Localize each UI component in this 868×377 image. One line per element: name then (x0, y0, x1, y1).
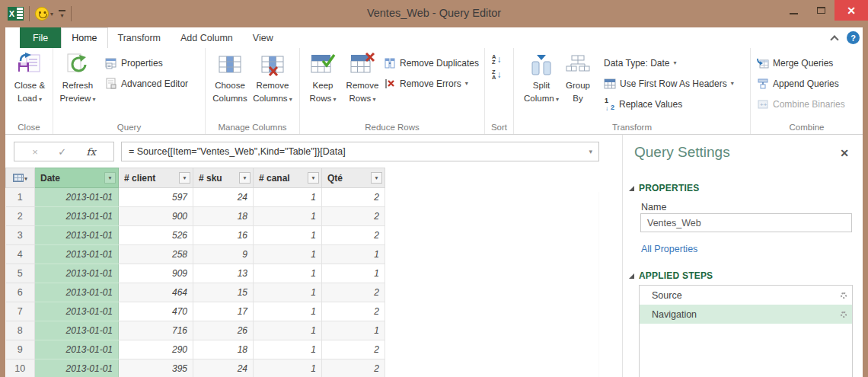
cell-client[interactable]: 464 (119, 283, 193, 302)
cell-canal[interactable]: 1 (254, 245, 322, 264)
collapse-ribbon-icon[interactable] (830, 35, 838, 43)
cell-date[interactable]: 2013-01-01 (35, 359, 119, 377)
tab-transform[interactable]: Transform (108, 27, 171, 48)
table-row[interactable]: 7 2013-01-01 470 17 1 2 (6, 302, 385, 321)
refresh-preview-button[interactable]: Refresh Preview (56, 50, 99, 105)
gear-icon[interactable] (841, 312, 847, 318)
combine-binaries-button[interactable]: ++ Combine Binaries (757, 94, 845, 114)
cell-client[interactable]: 395 (119, 359, 193, 377)
column-header[interactable]: # canal ▼ (254, 168, 322, 188)
cell-client[interactable]: 900 (119, 207, 193, 226)
all-properties-link[interactable]: All Properties (641, 244, 697, 254)
properties-button[interactable]: Properties (105, 53, 188, 73)
sort-ascending-button[interactable]: AZ↓ (492, 54, 513, 65)
column-header[interactable]: Qté ▼ (322, 168, 385, 188)
cell-sku[interactable]: 26 (193, 321, 254, 340)
cell-canal[interactable]: 1 (254, 340, 322, 359)
cell-canal[interactable]: 1 (254, 321, 322, 340)
column-header[interactable]: # sku ▼ (193, 168, 254, 188)
table-row[interactable]: 3 2013-01-01 526 16 1 2 (6, 226, 385, 245)
keep-rows-button[interactable]: Keep Rows (303, 50, 343, 105)
merge-queries-button[interactable]: Merge Queries (757, 53, 845, 73)
cell-client[interactable]: 470 (119, 302, 193, 321)
cell-sku[interactable]: 15 (193, 283, 254, 302)
table-row[interactable]: 2 2013-01-01 900 18 1 2 (6, 207, 385, 226)
cell-canal[interactable]: 1 (254, 283, 322, 302)
cell-date[interactable]: 2013-01-01 (35, 207, 119, 226)
cell-qte[interactable]: 2 (322, 207, 385, 226)
applied-steps-section-header[interactable]: APPLIED STEPS (629, 270, 713, 281)
close-button[interactable]: ✕ (834, 0, 868, 21)
panel-close-button[interactable]: ✕ (840, 147, 849, 159)
cell-date[interactable]: 2013-01-01 (35, 283, 119, 302)
cell-client[interactable]: 526 (119, 226, 193, 245)
cell-qte[interactable]: 2 (322, 340, 385, 359)
cell-sku[interactable]: 18 (193, 207, 254, 226)
formula-cancel-icon[interactable]: × (32, 146, 38, 158)
cell-sku[interactable]: 9 (193, 245, 254, 264)
cell-sku[interactable]: 18 (193, 340, 254, 359)
maximize-button[interactable] (807, 0, 834, 21)
vertical-scrollbar[interactable] (598, 192, 599, 377)
applied-step[interactable]: Source (640, 286, 852, 305)
query-name-input[interactable]: Ventes_Web (640, 213, 852, 232)
formula-confirm-icon[interactable]: ✓ (58, 146, 66, 158)
cell-sku[interactable]: 16 (193, 226, 254, 245)
cell-date[interactable]: 2013-01-01 (35, 340, 119, 359)
column-filter-button[interactable]: ▼ (239, 172, 251, 184)
cell-qte[interactable]: 1 (322, 264, 385, 283)
column-filter-button[interactable]: ▼ (179, 172, 190, 184)
table-row[interactable]: 6 2013-01-01 464 15 1 2 (6, 283, 385, 302)
cell-date[interactable]: 2013-01-01 (35, 245, 119, 264)
cell-canal[interactable]: 1 (254, 264, 322, 283)
applied-step[interactable]: Navigation (640, 305, 852, 324)
cell-canal[interactable]: 1 (254, 226, 322, 245)
column-header[interactable]: Date ▼ (35, 168, 119, 188)
use-first-row-as-headers-button[interactable]: Use First Row As Headers (604, 73, 734, 94)
cell-client[interactable]: 909 (119, 264, 193, 283)
formula-expand-icon[interactable]: ▾ (589, 148, 592, 155)
cell-sku[interactable]: 17 (193, 302, 254, 321)
fx-icon[interactable]: fx (87, 146, 96, 158)
append-queries-button[interactable]: Append Queries (757, 73, 845, 94)
cell-canal[interactable]: 1 (254, 207, 322, 226)
cell-client[interactable]: 258 (119, 245, 193, 264)
tab-view[interactable]: View (243, 27, 283, 48)
column-filter-button[interactable]: ▼ (104, 172, 116, 184)
remove-columns-button[interactable]: Remove Columns (251, 50, 294, 105)
gear-icon[interactable] (841, 292, 847, 299)
remove-duplicates-button[interactable]: Remove Duplicates (384, 53, 479, 73)
cell-sku[interactable]: 24 (193, 359, 254, 377)
properties-section-header[interactable]: PROPERTIES (629, 183, 699, 193)
help-button[interactable]: ? (847, 31, 860, 44)
table-row[interactable]: 8 2013-01-01 716 26 1 1 (6, 321, 385, 340)
tab-add-column[interactable]: Add Column (171, 27, 243, 48)
column-filter-button[interactable]: ▼ (371, 172, 382, 184)
cell-sku[interactable]: 13 (193, 264, 254, 283)
table-row[interactable]: 9 2013-01-01 290 18 1 2 (6, 340, 385, 359)
cell-canal[interactable]: 1 (254, 188, 322, 207)
cell-qte[interactable]: 1 (322, 245, 385, 264)
cell-date[interactable]: 2013-01-01 (35, 264, 119, 283)
minimize-button[interactable] (780, 0, 807, 21)
cell-canal[interactable]: 1 (254, 302, 322, 321)
scroll-up-button[interactable] (598, 192, 599, 209)
column-header[interactable]: # client ▼ (119, 168, 193, 188)
cell-qte[interactable]: 2 (322, 359, 385, 377)
cell-sku[interactable]: 24 (193, 188, 254, 207)
cell-date[interactable]: 2013-01-01 (35, 188, 119, 207)
cell-date[interactable]: 2013-01-01 (35, 302, 119, 321)
cell-qte[interactable]: 2 (322, 188, 385, 207)
formula-input[interactable]: = Source{[Item="Ventes_Web",Kind="Table"… (121, 142, 599, 161)
table-row[interactable]: 10 2013-01-01 395 24 1 2 (6, 359, 385, 377)
replace-values-button[interactable]: 1↓2 Replace Values (604, 94, 734, 114)
remove-errors-button[interactable]: Remove Errors (384, 73, 479, 94)
cell-client[interactable]: 716 (119, 321, 193, 340)
cell-qte[interactable]: 1 (322, 321, 385, 340)
close-and-load-button[interactable]: Close & Load (8, 50, 51, 105)
column-filter-button[interactable]: ▼ (308, 172, 319, 184)
table-row[interactable]: 5 2013-01-01 909 13 1 1 (6, 264, 385, 283)
sort-descending-button[interactable]: ZA↓ (492, 69, 513, 80)
table-row[interactable]: 4 2013-01-01 258 9 1 1 (6, 245, 385, 264)
cell-canal[interactable]: 1 (254, 359, 322, 377)
